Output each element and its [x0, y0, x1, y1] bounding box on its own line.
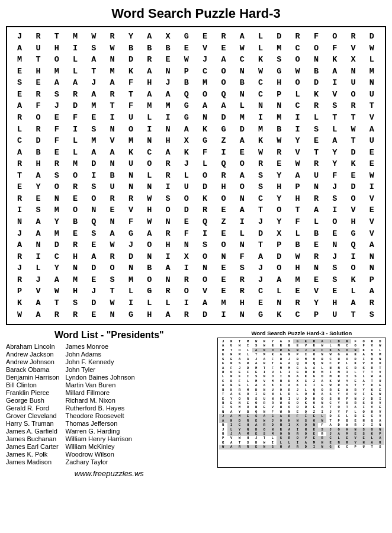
solution-cell: L [335, 436, 343, 440]
grid-cell: N [103, 216, 121, 228]
solution-cell: S [236, 361, 244, 365]
grid-cell: N [307, 262, 326, 274]
solution-cell: J [326, 410, 335, 414]
solution-cell: I [359, 405, 368, 409]
solution-cell: W [261, 419, 269, 423]
solution-cell: F [293, 414, 301, 418]
word-item: John Adams [65, 351, 134, 358]
grid-cell: Y [122, 31, 140, 43]
solution-cell: W [376, 392, 384, 396]
grid-cell: R [159, 285, 177, 297]
grid-cell: B [307, 66, 326, 78]
grid-cell: A [233, 204, 252, 216]
solution-cell: T [252, 352, 261, 357]
solution-cell: Y [359, 388, 368, 392]
grid-cell: N [159, 274, 177, 286]
solution-cell: A [351, 405, 359, 409]
grid-cell: T [48, 31, 66, 43]
grid-cell: F [307, 31, 326, 43]
solution-cell: V [376, 370, 384, 374]
solution-cell: U [376, 379, 384, 383]
grid-cell: J [159, 77, 177, 89]
grid-cell: N [270, 100, 288, 112]
grid-cell: J [326, 251, 344, 263]
grid-cell: I [178, 262, 196, 274]
solution-cell: O [301, 361, 310, 365]
grid-cell: N [85, 204, 103, 216]
grid-cell: I [233, 216, 252, 228]
solution-cell: K [293, 383, 301, 387]
solution-cell: N [318, 401, 326, 405]
grid-cell: O [48, 54, 66, 66]
grid-cell: M [122, 135, 140, 147]
grid-cell: A [140, 228, 159, 240]
grid-cell: G [122, 309, 140, 321]
grid-cell: A [85, 54, 103, 66]
solution-cell: E [318, 383, 326, 387]
solution-cell: B [227, 383, 236, 387]
grid-cell: H [270, 181, 288, 193]
solution-cell: O [277, 432, 285, 436]
grid-cell: N [140, 251, 159, 263]
solution-cell: O [244, 392, 252, 396]
grid-cell: N [363, 251, 381, 263]
grid-cell: W [288, 158, 307, 170]
grid-cell: R [103, 89, 121, 101]
solution-cell: N [268, 392, 277, 396]
grid-cell: L [159, 297, 177, 309]
grid-cell: E [363, 204, 381, 216]
grid-cell: B [103, 170, 121, 182]
grid-cell: A [140, 31, 159, 43]
solution-cell: C [301, 352, 310, 357]
solution-cell: D [252, 388, 261, 392]
grid-cell: A [29, 216, 47, 228]
grid-cell: R [11, 274, 29, 286]
solution-cell: T [261, 436, 269, 440]
solution-cell: D [301, 445, 310, 449]
solution-cell: O [359, 410, 368, 414]
grid-cell: L [326, 124, 344, 136]
grid-cell: T [103, 285, 121, 297]
grid-cell: N [252, 100, 270, 112]
grid-cell: K [252, 54, 270, 66]
word-item: Abraham Lincoln [6, 343, 59, 350]
solution-cell: X [293, 423, 301, 427]
grid-cell: E [11, 89, 29, 101]
solution-cell: R [227, 361, 236, 365]
solution-cell: I [368, 423, 376, 427]
solution-cell: X [368, 348, 376, 352]
grid-cell: E [85, 309, 103, 321]
grid-cell: H [159, 239, 177, 251]
grid-cell: J [178, 158, 196, 170]
grid-cell: V [363, 216, 381, 228]
grid-cell: B [140, 262, 159, 274]
grid-cell: W [140, 216, 159, 228]
solution-cell: L [277, 441, 285, 445]
grid-cell: E [344, 170, 362, 182]
solution-cell: K [326, 379, 335, 383]
grid-cell: F [66, 112, 85, 124]
solution-cell: F [244, 370, 252, 374]
solution-cell: A [236, 432, 244, 436]
grid-cell: T [363, 100, 381, 112]
solution-cell: J [326, 428, 335, 432]
solution-cell: D [310, 370, 318, 374]
solution-cell: A [219, 366, 227, 370]
solution-cell: R [301, 405, 310, 409]
solution-cell: O [293, 401, 301, 405]
grid-cell: R [29, 124, 47, 136]
grid-cell: G [122, 228, 140, 240]
page-title: Word Search Puzzle Hard-3 [6, 6, 386, 21]
solution-cell: R [351, 423, 359, 427]
solution-cell: A [318, 392, 326, 396]
solution-cell: O [335, 428, 343, 432]
grid-cell: A [48, 274, 66, 286]
solution-cell: Q [301, 410, 310, 414]
grid-cell: V [363, 228, 381, 240]
grid-cell: D [196, 181, 214, 193]
solution-cell: D [335, 423, 343, 427]
grid-cell: W [344, 124, 362, 136]
solution-cell: N [301, 428, 310, 432]
solution-cell: R [261, 361, 269, 365]
solution-cell: J [219, 339, 227, 343]
